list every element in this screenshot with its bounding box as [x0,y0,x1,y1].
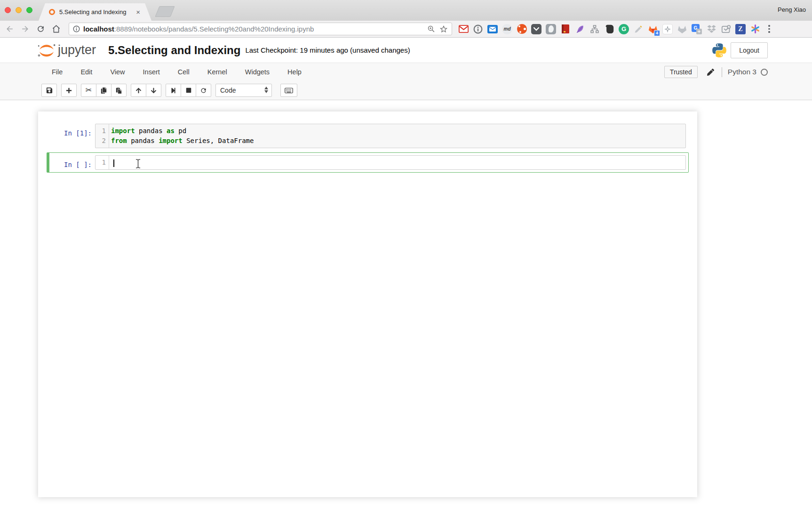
tab-close-icon[interactable]: × [135,8,141,16]
menu-view[interactable]: View [105,68,134,76]
reload-icon[interactable] [35,24,46,35]
scissors-icon: ✂ [86,87,92,94]
evernote-elephant-extension-icon[interactable] [604,24,615,35]
cut-cell-button[interactable]: ✂ [81,84,96,97]
line-number-gutter: 12 [96,124,109,148]
save-button[interactable] [41,84,57,97]
insert-cell-below-button[interactable] [61,84,77,97]
paste-icon [116,87,122,94]
red-book-extension-icon[interactable] [560,24,571,35]
code-editor[interactable] [109,156,685,169]
markdown-extension-icon[interactable]: md [502,24,513,35]
purple-feather-extension-icon[interactable] [574,24,586,35]
input-prompt: In [ ]: [49,155,95,170]
sparkle-extension-icon[interactable] [662,24,673,35]
cell-type-select[interactable]: Code [215,84,272,97]
menu-help[interactable]: Help [283,68,310,76]
input-prompt: In [1]: [49,124,95,148]
code-cell-2-selected[interactable]: In [ ]: 1 [47,152,689,173]
window-controls [5,7,32,13]
zotero-extension-icon[interactable]: Z [735,24,746,35]
cell-type-value: Code [220,87,236,94]
save-badge-extension-icon[interactable] [720,24,732,35]
back-icon[interactable] [4,24,15,35]
jupyter-wordmark[interactable]: jupyter [58,43,96,57]
text-caret [113,159,114,167]
info-circle-extension-icon[interactable] [472,24,484,35]
python-logo-icon [711,42,727,58]
jupyter-favicon-icon [49,9,55,15]
notebook-site: In [1]: 12 import pandas as pdfrom panda… [0,111,812,508]
orange-circle-extension-icon[interactable] [516,24,527,35]
code-cell-1[interactable]: In [1]: 12 import pandas as pdfrom panda… [47,121,689,151]
menu-cell[interactable]: Cell [173,68,199,76]
code-input-area[interactable]: 12 import pandas as pdfrom pandas import… [95,124,686,148]
pocket-extension-icon[interactable] [531,24,542,35]
grammarly-extension-icon[interactable]: G [618,24,629,35]
notebook-header: jupyter 5.Selecting and Indexing Last Ch… [0,38,812,63]
new-tab-button[interactable] [155,6,175,17]
notebook-title[interactable]: 5.Selecting and Indexing [108,44,240,57]
edit-mode-pencil-icon [707,69,714,76]
run-cell-button[interactable] [166,84,181,97]
refresh-icon [200,87,207,94]
step-forward-icon [170,87,176,94]
jupyter-logo-icon[interactable] [37,43,56,58]
logout-button[interactable]: Logout [731,42,768,58]
colorful-asterisk-extension-icon[interactable] [749,24,761,35]
restart-kernel-button[interactable] [196,84,211,97]
home-icon[interactable] [50,24,62,35]
trusted-button[interactable]: Trusted [664,66,698,78]
menu-edit[interactable]: Edit [76,68,101,76]
checkpoint-status: Last Checkpoint: 19 minutes ago (unsaved… [245,46,410,54]
arrow-up-icon [135,87,142,94]
browser-profile-name: Peng Xiao [778,6,806,13]
highlighter-pen-extension-icon[interactable] [633,24,644,35]
close-window-button[interactable] [5,7,11,13]
gray-blob-extension-icon[interactable] [545,24,557,35]
tab-bar: 5.Selecting and Indexing × Peng Xiao [0,0,812,21]
copy-cell-button[interactable] [96,84,111,97]
kernel-idle-indicator [761,69,768,76]
notebook-toolbar: ✂ [0,81,812,100]
url-input[interactable]: localhost :8889/notebooks/pandas/5.Selec… [69,23,452,35]
arrow-down-icon [151,87,157,94]
move-cell-up-button[interactable] [131,84,146,97]
gitlab-fox-extension-icon[interactable]: 4 [647,24,659,35]
browser-menu-icon[interactable] [765,25,773,33]
stop-icon [186,87,191,93]
code-editor[interactable]: import pandas as pdfrom pandas import Se… [109,124,685,148]
forward-icon[interactable] [19,24,31,35]
page-info-icon[interactable] [73,25,80,32]
menu-widgets[interactable]: Widgets [240,68,279,76]
menu-kernel[interactable]: Kernel [203,68,236,76]
minimize-window-button[interactable] [16,7,22,13]
code-input-area-focused[interactable]: 1 [95,155,686,170]
line-number-gutter: 1 [96,156,109,169]
google-translate-extension-icon[interactable]: G [691,24,702,35]
gmail-extension-icon[interactable] [458,24,469,35]
address-bar: localhost :8889/notebooks/pandas/5.Selec… [0,21,812,38]
tab-title: 5.Selecting and Indexing [59,8,135,16]
paste-cell-button[interactable] [111,84,127,97]
gray-fox-extension-icon[interactable] [677,24,688,35]
command-palette-button[interactable] [280,84,297,97]
extension-row: md [458,24,761,35]
dropbox-extension-icon[interactable] [706,24,717,35]
menu-bar: File Edit View Insert Cell Kernel Widget… [0,63,812,81]
menu-insert[interactable]: Insert [138,68,169,76]
move-cell-down-button[interactable] [146,84,161,97]
mouse-cursor-ibeam [135,159,141,169]
floppy-icon [46,87,53,94]
menu-file[interactable]: File [47,68,72,76]
zoom-page-icon[interactable] [427,25,435,33]
notebook-container: In [1]: 12 import pandas as pdfrom panda… [38,111,697,497]
zoom-window-button[interactable] [26,7,32,13]
browser-tab[interactable]: 5.Selecting and Indexing × [39,3,151,21]
plus-icon [66,87,72,94]
url-path: :8889/notebooks/pandas/5.Selecting%20and… [114,25,423,33]
org-chart-extension-icon[interactable] [589,24,600,35]
mail-envelope-extension-icon[interactable] [487,24,498,35]
interrupt-kernel-button[interactable] [181,84,196,97]
bookmark-star-icon[interactable] [439,25,448,33]
